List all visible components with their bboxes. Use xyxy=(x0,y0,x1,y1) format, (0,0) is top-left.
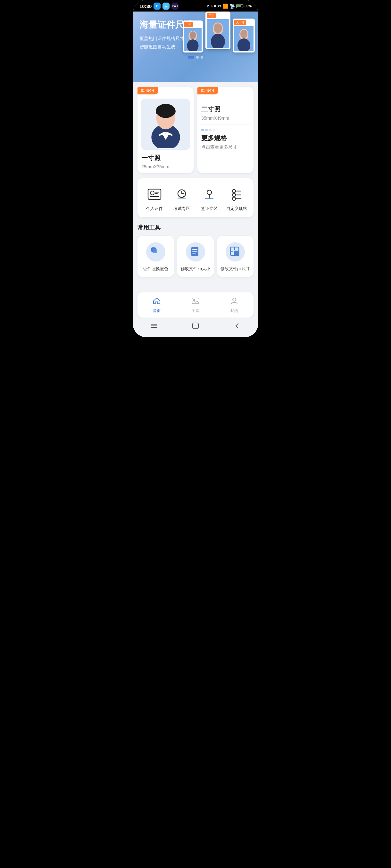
svg-point-30 xyxy=(232,193,235,196)
card-more-title: 更多规格 xyxy=(201,134,250,143)
card-1cun[interactable]: 常用尺寸 xyxy=(138,87,194,173)
svg-point-47 xyxy=(233,298,236,301)
tool-card-bgcolor[interactable]: 证件照换底色 xyxy=(138,236,174,277)
status-bar: 10:30 B ☁ Soul 2.65 KB/s 📶 📡 69% xyxy=(133,0,258,11)
nav-profile[interactable]: 我的 xyxy=(224,296,245,315)
card-size-1: 25mmX35mm xyxy=(141,164,190,169)
icon-item-custom[interactable]: 自定义规格 xyxy=(223,183,251,214)
profile-icon xyxy=(230,297,239,307)
home-button[interactable] xyxy=(192,322,199,331)
app-icon-browser: B xyxy=(153,3,161,9)
tool-label-px: 修改文件px尺寸 xyxy=(221,266,250,272)
back-button[interactable] xyxy=(233,322,241,331)
card-size-2: 35mmX49mm xyxy=(201,116,250,121)
network-speed: 2.65 KB/s xyxy=(207,4,221,8)
tools-grid: 证件照换底色 修改文件kb大小 xyxy=(138,236,253,277)
icon-item-personal[interactable]: 个人证件 xyxy=(141,183,168,214)
more-dots xyxy=(201,129,250,131)
svg-point-18 xyxy=(156,104,175,118)
dot-3 xyxy=(201,56,203,59)
svg-rect-23 xyxy=(150,196,159,197)
svg-point-20 xyxy=(150,191,154,195)
photo-card-1cun: 一寸 xyxy=(183,21,203,53)
gallery-icon xyxy=(191,297,200,307)
kb-icon xyxy=(186,242,205,261)
visa-icon xyxy=(201,186,218,203)
icon-label-exam: 考试专区 xyxy=(173,206,190,212)
photo-card-dacun: 大一寸 xyxy=(233,19,255,53)
svg-point-26 xyxy=(207,190,212,195)
bgcolor-icon xyxy=(146,242,165,261)
svg-rect-19 xyxy=(148,189,161,199)
photo-card-2cun-main: 二寸 xyxy=(205,11,230,49)
card-divider xyxy=(201,124,250,125)
svg-point-7 xyxy=(214,23,222,33)
banner-dots xyxy=(139,56,252,59)
card-badge-1: 常用尺寸 xyxy=(138,87,158,94)
svg-rect-36 xyxy=(152,249,157,253)
icon-label-visa: 签证专区 xyxy=(201,206,218,212)
card-badge-2: 常用尺寸 xyxy=(197,87,218,94)
dot-1 xyxy=(188,56,194,59)
phone-frame: 10:30 B ☁ Soul 2.65 KB/s 📶 📡 69% 海量证件尺寸 … xyxy=(133,0,258,337)
svg-point-31 xyxy=(232,197,235,200)
card-title-2: 二寸照 xyxy=(201,105,250,114)
home-icon xyxy=(152,297,161,307)
tools-title: 常用工具 xyxy=(138,224,253,231)
app-icon-cloud: ☁ xyxy=(163,3,170,9)
time: 10:30 xyxy=(139,3,151,9)
px-icon xyxy=(226,242,245,261)
nav-gallery-label: 图库 xyxy=(192,308,199,314)
banner-photos: 一寸 二寸 xyxy=(183,15,255,53)
exam-icon xyxy=(173,186,190,203)
icon-grid: 个人证件 考试专区 xyxy=(138,178,253,217)
system-nav xyxy=(133,317,258,337)
custom-icon xyxy=(228,186,245,203)
photo-size-cards: 常用尺寸 xyxy=(133,82,258,178)
main-content: 海量证件尺寸 覆盖热门证件规格尺寸 智能抠图自动生成 一寸 xyxy=(133,11,258,337)
svg-rect-45 xyxy=(192,298,199,304)
nav-home[interactable]: 首页 xyxy=(146,296,167,315)
svg-rect-22 xyxy=(155,193,158,194)
battery-icon xyxy=(236,4,243,8)
dot-2 xyxy=(196,56,199,59)
svg-rect-21 xyxy=(155,192,159,193)
card-image-1 xyxy=(141,99,190,150)
status-right: 2.65 KB/s 📶 📡 69% xyxy=(207,3,252,9)
nav-home-label: 首页 xyxy=(153,308,161,314)
card-2cun[interactable]: 常用尺寸 二寸照 35mmX49mm 更多规格 点击查看更多尺寸 xyxy=(197,87,253,173)
card-title-1: 一寸照 xyxy=(141,154,190,162)
wifi-icon: 📡 xyxy=(229,3,235,9)
tool-card-kb[interactable]: 修改文件kb大小 xyxy=(177,236,214,277)
signal-icon: 📶 xyxy=(223,3,228,9)
card-more-sub: 点击查看更多尺寸 xyxy=(201,144,250,150)
icon-item-visa[interactable]: 签证专区 xyxy=(196,183,223,214)
menu-button[interactable] xyxy=(150,322,158,331)
svg-rect-51 xyxy=(193,323,198,329)
nav-gallery[interactable]: 图库 xyxy=(185,296,206,315)
status-left: 10:30 B ☁ Soul xyxy=(139,3,178,9)
icon-label-personal: 个人证件 xyxy=(146,206,163,212)
tool-label-bgcolor: 证件照换底色 xyxy=(143,266,168,272)
nav-profile-label: 我的 xyxy=(230,308,238,314)
icon-label-custom: 自定义规格 xyxy=(226,206,247,212)
icon-item-exam[interactable]: 考试专区 xyxy=(168,183,196,214)
svg-point-11 xyxy=(240,30,247,38)
app-icon-soul: Soul xyxy=(171,3,178,9)
banner-section: 海量证件尺寸 覆盖热门证件规格尺寸 智能抠图自动生成 一寸 xyxy=(133,11,258,82)
svg-rect-42 xyxy=(234,251,239,256)
tools-section: 常用工具 证件照换底色 xyxy=(133,217,258,281)
tool-card-px[interactable]: 修改文件px尺寸 xyxy=(217,236,253,277)
personal-cert-icon xyxy=(146,186,163,203)
battery-percent: 69% xyxy=(245,4,252,8)
svg-point-3 xyxy=(190,31,196,39)
tool-label-kb: 修改文件kb大小 xyxy=(181,266,210,272)
svg-point-29 xyxy=(232,189,235,193)
bottom-nav: 首页 图库 我的 xyxy=(138,292,253,317)
